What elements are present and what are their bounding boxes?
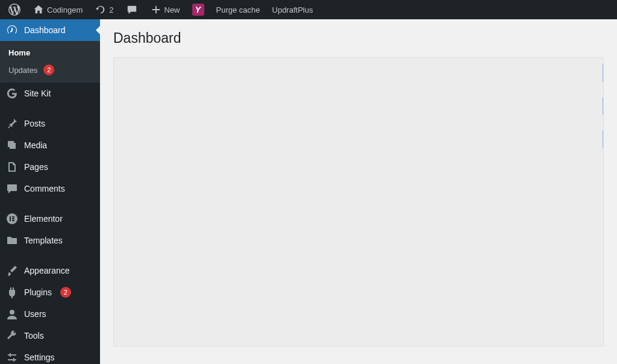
sidebar-item-elementor[interactable]: Elementor <box>0 208 100 230</box>
panel-toggle-handle[interactable] <box>603 64 603 82</box>
svg-point-5 <box>10 310 14 315</box>
toolbar-new[interactable]: New <box>145 0 185 19</box>
toolbar-purge-cache[interactable]: Purge cache <box>211 0 265 19</box>
comment-icon <box>126 4 138 16</box>
sidebar-item-label: Updates <box>8 66 37 75</box>
sidebar-item-users[interactable]: Users <box>0 303 100 325</box>
sidebar-item-label: Comments <box>24 184 65 193</box>
pages-icon <box>6 161 18 173</box>
sidebar-item-label: Posts <box>24 119 45 128</box>
sidebar-item-label: Pages <box>24 162 48 172</box>
sidebar-submenu-dashboard: Home Updates 2 <box>0 41 100 83</box>
svg-rect-3 <box>12 218 14 219</box>
toolbar-updates-count: 2 <box>109 5 113 14</box>
panel-toggle-handle[interactable] <box>603 130 603 148</box>
elementor-icon <box>6 213 18 225</box>
sidebar-item-dashboard[interactable]: Dashboard <box>0 19 100 41</box>
sidebar-item-label: Settings <box>24 353 55 362</box>
toolbar-comments[interactable] <box>121 0 143 19</box>
admin-sidebar: Dashboard Home Updates 2 Site Kit Posts <box>0 19 100 364</box>
panel-toggle-handle[interactable] <box>603 97 603 115</box>
wordpress-icon <box>8 4 20 16</box>
sidebar-item-label: Site Kit <box>24 89 51 98</box>
sidebar-item-plugins[interactable]: Plugins 2 <box>0 281 100 303</box>
sidebar-subitem-home[interactable]: Home <box>0 45 100 61</box>
sidebar-item-label: Users <box>24 309 46 319</box>
sidebar-item-sitekit[interactable]: Site Kit <box>0 83 100 104</box>
sidebar-item-comments[interactable]: Comments <box>0 178 100 199</box>
page-title: Dashboard <box>113 30 604 46</box>
sidebar-item-settings[interactable]: Settings <box>0 347 100 364</box>
toolbar-purge-label: Purge cache <box>216 5 260 14</box>
sidebar-item-label: Home <box>8 48 30 57</box>
sidebar-item-label: Dashboard <box>24 25 66 35</box>
sidebar-item-label: Media <box>24 140 47 150</box>
updates-badge: 2 <box>43 64 54 75</box>
wordpress-logo-menu[interactable] <box>4 0 25 19</box>
toolbar-updates[interactable]: 2 <box>90 0 118 19</box>
sidebar-item-label: Appearance <box>24 266 70 275</box>
sidebar-item-media[interactable]: Media <box>0 134 100 156</box>
site-name-label: Codingem <box>47 5 83 14</box>
sidebar-item-label: Elementor <box>24 214 63 224</box>
folder-icon <box>6 234 18 246</box>
menu-separator <box>0 104 100 113</box>
toolbar-yoast[interactable]: Y <box>187 0 209 19</box>
brush-icon <box>6 265 18 277</box>
media-icon <box>6 139 18 151</box>
plugin-icon <box>6 286 18 298</box>
yoast-icon: Y <box>192 4 204 16</box>
toolbar-updraft-label: UpdraftPlus <box>272 5 313 14</box>
toolbar-new-label: New <box>164 5 180 14</box>
pin-icon <box>6 118 18 130</box>
sidebar-item-pages[interactable]: Pages <box>0 156 100 178</box>
content-area: Dashboard <box>100 19 617 364</box>
svg-rect-4 <box>12 220 14 221</box>
comments-icon <box>6 183 18 195</box>
toolbar-site-name[interactable]: Codingem <box>28 0 87 19</box>
plugins-badge: 2 <box>60 287 71 298</box>
sliders-icon <box>6 351 18 363</box>
plus-icon <box>150 4 162 16</box>
sidebar-item-appearance[interactable]: Appearance <box>0 260 100 281</box>
menu-separator <box>0 199 100 208</box>
sidebar-item-templates[interactable]: Templates <box>0 230 100 251</box>
wrench-icon <box>6 330 18 342</box>
home-icon <box>33 4 45 16</box>
google-g-icon <box>6 87 18 99</box>
refresh-icon <box>95 4 107 16</box>
dashboard-icon <box>6 24 18 36</box>
svg-rect-1 <box>10 216 11 221</box>
sidebar-item-label: Tools <box>24 331 44 340</box>
sidebar-item-posts[interactable]: Posts <box>0 113 100 134</box>
dashboard-widgets-area <box>113 57 604 347</box>
sidebar-item-tools[interactable]: Tools <box>0 325 100 347</box>
sidebar-item-label: Plugins <box>24 287 52 297</box>
user-icon <box>6 308 18 320</box>
svg-rect-2 <box>12 216 14 218</box>
menu-separator <box>0 251 100 260</box>
admin-toolbar: Codingem 2 New Y Purge cache UpdraftPlus <box>0 0 617 19</box>
sidebar-subitem-updates[interactable]: Updates 2 <box>0 61 100 79</box>
toolbar-updraftplus[interactable]: UpdraftPlus <box>268 0 318 19</box>
admin-body: Dashboard Home Updates 2 Site Kit Posts <box>0 19 617 364</box>
sidebar-item-label: Templates <box>24 236 63 245</box>
